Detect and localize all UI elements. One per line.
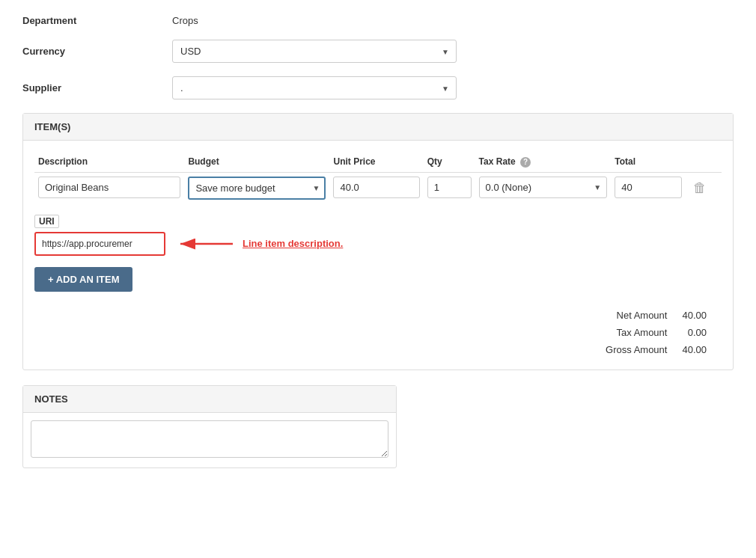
action-cell: 🗑 (686, 172, 722, 203)
line-item-description-annotation: Line item description. (243, 238, 343, 249)
gross-amount-row: Gross Amount 40.00 (598, 341, 714, 358)
add-item-button[interactable]: + ADD AN ITEM (34, 267, 132, 292)
department-row: Department Crops (22, 15, 734, 26)
tax-rate-select-wrapper: 0.0 (None) (479, 177, 608, 198)
arrow-annotation: Line item description. (177, 233, 343, 255)
unit-price-input[interactable] (333, 177, 419, 198)
items-table: Description Budget Unit Price Qty Tax Ra… (34, 152, 722, 203)
total-cell (611, 172, 686, 203)
supplier-select-wrapper: . (172, 76, 457, 99)
tax-rate-select[interactable]: 0.0 (None) (479, 177, 608, 198)
gross-amount-label: Gross Amount (598, 341, 674, 358)
supplier-row: Supplier . (22, 76, 734, 99)
currency-label: Currency (22, 46, 172, 57)
gross-amount-value: 40.00 (674, 341, 714, 358)
description-cell (34, 172, 184, 203)
col-header-total: Total (611, 152, 686, 172)
tax-amount-label: Tax Amount (598, 324, 674, 341)
uri-input[interactable] (34, 232, 165, 256)
notes-section: NOTES (22, 385, 397, 468)
qty-cell (424, 172, 475, 203)
col-header-action (686, 152, 722, 172)
net-amount-row: Net Amount 40.00 (598, 307, 714, 324)
tax-amount-value: 0.00 (674, 324, 714, 341)
uri-row: Line item description. (34, 232, 722, 256)
col-header-qty: Qty (424, 152, 475, 172)
totals-table: Net Amount 40.00 Tax Amount 0.00 Gross A… (598, 307, 714, 358)
tax-amount-row: Tax Amount 0.00 (598, 324, 714, 341)
qty-input[interactable] (427, 177, 472, 198)
tax-rate-cell: 0.0 (None) (475, 172, 612, 203)
col-header-unit-price: Unit Price (329, 152, 423, 172)
unit-price-cell (329, 172, 423, 203)
department-value: Crops (172, 15, 198, 26)
uri-label: URI (34, 215, 59, 228)
currency-select-wrapper: USD EUR GBP (172, 40, 457, 63)
tax-rate-help-icon[interactable]: ? (520, 157, 531, 168)
arrow-icon (177, 233, 237, 255)
supplier-label: Supplier (22, 82, 172, 93)
description-input[interactable] (38, 177, 180, 198)
col-header-budget: Budget (184, 152, 329, 172)
uri-section: URI Line item description. (34, 215, 722, 256)
totals-section: Net Amount 40.00 Tax Amount 0.00 Gross A… (34, 307, 722, 358)
budget-select-wrapper: Save more budget (188, 177, 326, 200)
items-section: ITEM(S) Description Budget Unit Price Qt… (22, 113, 734, 370)
col-header-description: Description (34, 152, 184, 172)
budget-cell: Save more budget (184, 172, 329, 203)
department-label: Department (22, 15, 172, 26)
notes-section-header: NOTES (23, 386, 396, 413)
currency-row: Currency USD EUR GBP (22, 40, 734, 63)
delete-row-icon[interactable]: 🗑 (689, 177, 710, 200)
table-row: Save more budget 0.0 (None) (34, 172, 722, 203)
supplier-select[interactable]: . (172, 76, 457, 99)
notes-textarea[interactable] (31, 420, 388, 458)
items-section-body: Description Budget Unit Price Qty Tax Ra… (23, 141, 733, 370)
net-amount-label: Net Amount (598, 307, 674, 324)
currency-select[interactable]: USD EUR GBP (172, 40, 457, 63)
items-section-header: ITEM(S) (23, 114, 733, 141)
total-input[interactable] (615, 177, 682, 198)
net-amount-value: 40.00 (674, 307, 714, 324)
notes-section-body (23, 413, 396, 467)
budget-select[interactable]: Save more budget (188, 177, 326, 200)
col-header-tax-rate: Tax Rate ? (475, 152, 612, 172)
